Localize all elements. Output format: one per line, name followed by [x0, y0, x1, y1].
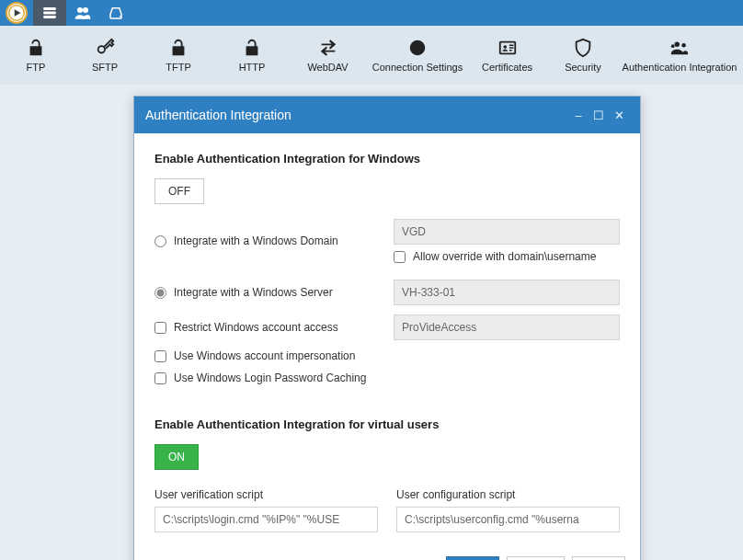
svg-point-8 [120, 16, 121, 17]
dialog-footer: OK Cancel Apply [134, 547, 640, 560]
restrict-access-label: Restrict Windows account access [174, 321, 338, 334]
tool-label: Security [565, 62, 601, 73]
virtual-section-heading: Enable Authentication Integration for vi… [154, 417, 620, 431]
ok-button[interactable]: OK [446, 556, 499, 560]
restrict-access-checkbox[interactable] [154, 322, 166, 334]
auth-integration-dialog: Authentication Integration – ☐ ✕ Enable … [133, 96, 641, 560]
impersonation-checkbox[interactable] [154, 350, 166, 362]
unlocked-icon [26, 38, 46, 58]
server-tab[interactable] [33, 0, 66, 26]
tool-label: Certificates [482, 62, 532, 73]
config-script-label: User configuration script [396, 488, 620, 501]
tool-http[interactable]: HTTP [215, 38, 289, 73]
tool-webdav[interactable]: WebDAV [289, 38, 367, 73]
tool-label: SFTP [92, 62, 118, 73]
tool-auth-integration[interactable]: Authentication Integration [620, 38, 739, 73]
play-circle-icon [8, 5, 25, 21]
svg-rect-4 [43, 12, 56, 15]
users-icon [74, 5, 91, 21]
apply-button[interactable]: Apply [572, 556, 625, 560]
tool-tftp[interactable]: TFTP [142, 38, 215, 73]
key-icon [95, 38, 115, 58]
dialog-title-bar: Authentication Integration – ☐ ✕ [134, 97, 640, 133]
top-tab-strip [0, 0, 743, 26]
svg-point-12 [503, 45, 507, 49]
tool-sftp[interactable]: SFTP [68, 38, 142, 73]
svg-point-9 [98, 46, 105, 52]
svg-point-14 [681, 43, 686, 48]
tool-label: Connection Settings [372, 62, 463, 73]
windows-section-heading: Enable Authentication Integration for Wi… [154, 152, 620, 166]
cancel-button[interactable]: Cancel [507, 556, 565, 560]
tool-label: FTP [27, 62, 46, 73]
virtual-toggle-on-button[interactable]: ON [154, 444, 199, 470]
users-group-icon [669, 38, 690, 58]
restrict-value-input[interactable] [394, 314, 620, 340]
windows-toggle-off-button[interactable]: OFF [154, 178, 204, 204]
tool-certificates[interactable]: Certificates [468, 38, 546, 73]
tool-label: WebDAV [307, 62, 348, 73]
dialog-title: Authentication Integration [145, 108, 291, 122]
svg-point-13 [675, 42, 680, 48]
minimize-button[interactable]: – [568, 109, 589, 122]
unlocked-icon [168, 38, 189, 58]
svg-point-10 [410, 40, 426, 56]
allow-override-checkbox[interactable] [394, 251, 406, 263]
tool-security[interactable]: Security [546, 38, 620, 73]
integrate-domain-label: Integrate with a Windows Domain [174, 234, 338, 247]
server-input[interactable] [394, 280, 620, 305]
hard-drive-icon [108, 5, 124, 21]
svg-point-7 [83, 7, 88, 13]
allow-override-label: Allow override with domain\username [413, 250, 596, 263]
svg-rect-5 [43, 16, 56, 18]
integrate-server-label: Integrate with a Windows Server [174, 286, 333, 299]
logo-tab[interactable] [6, 2, 28, 24]
server-stack-icon [41, 5, 58, 21]
svg-point-6 [77, 7, 83, 13]
password-caching-checkbox[interactable] [154, 372, 166, 384]
drive-tab[interactable] [99, 0, 132, 26]
close-button[interactable]: ✕ [609, 109, 629, 122]
tool-label: HTTP [239, 62, 266, 73]
maximize-button[interactable]: ☐ [589, 109, 609, 122]
domain-input[interactable] [394, 219, 620, 245]
unlocked-icon [242, 38, 262, 58]
shield-icon [573, 38, 593, 58]
tool-connection-settings[interactable]: Connection Settings [367, 38, 468, 73]
integrate-server-radio[interactable] [154, 287, 166, 299]
id-card-icon [497, 38, 518, 58]
impersonation-label: Use Windows account impersonation [174, 349, 355, 362]
transfer-icon [318, 38, 338, 58]
dialog-body: Enable Authentication Integration for Wi… [134, 133, 640, 547]
integrate-domain-radio[interactable] [154, 235, 166, 247]
tool-label: TFTP [166, 62, 191, 73]
config-script-input[interactable] [396, 507, 620, 532]
verify-script-label: User verification script [154, 488, 378, 501]
tool-label: Authentication Integration [623, 62, 737, 73]
users-tab[interactable] [66, 0, 99, 26]
password-caching-label: Use Windows Login Password Caching [174, 371, 366, 384]
verify-script-input[interactable] [154, 507, 378, 532]
tool-ftp[interactable]: FTP [4, 38, 68, 73]
svg-rect-3 [43, 7, 56, 10]
globe-icon [407, 38, 428, 58]
svg-point-15 [671, 44, 675, 48]
main-toolbar: FTP SFTP TFTP HTTP WebDAV Connection Set… [0, 26, 743, 85]
